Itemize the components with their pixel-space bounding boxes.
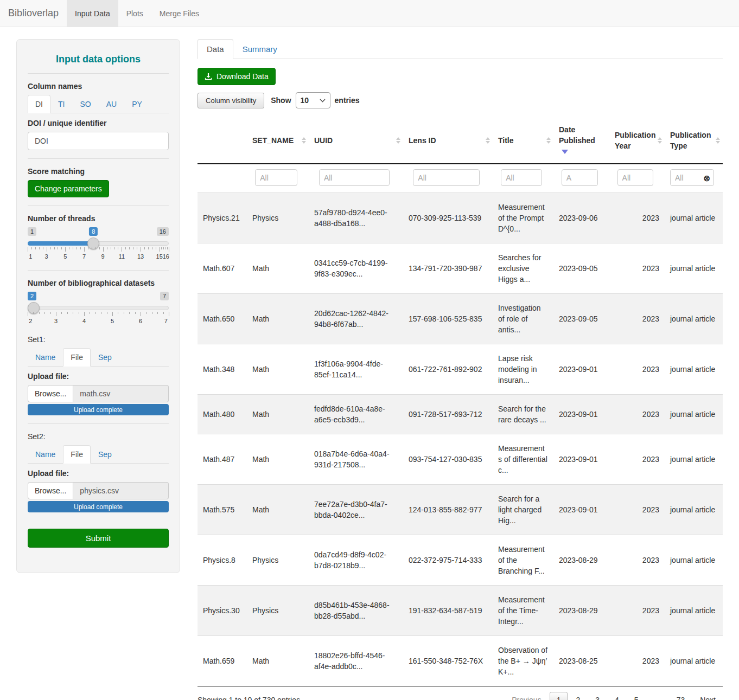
table-cell: Measurements of differential c... — [493, 434, 553, 485]
slider-value-label: 2 — [28, 292, 36, 300]
row-name-cell: Math.607 — [198, 243, 247, 294]
table-cell: 2023-08-29 — [553, 586, 609, 636]
filter-cell-date-published — [553, 164, 609, 193]
pagination-page-4[interactable]: 4 — [608, 692, 626, 700]
pagination: Previous12345…73Next — [505, 692, 723, 700]
column-visibility-button[interactable]: Column visibility — [198, 93, 264, 108]
table-cell: 2023 — [609, 243, 665, 294]
navbar-tab-input-data[interactable]: Input Data — [67, 0, 118, 27]
set2-filename[interactable]: physics.csv — [73, 482, 169, 499]
set2-tab-file[interactable]: File — [63, 445, 91, 464]
change-parameters-button[interactable]: Change parameters — [28, 180, 109, 197]
pagination-page-5[interactable]: 5 — [627, 692, 646, 700]
navbar-tabs: Input DataPlotsMerge Files — [67, 0, 207, 27]
column-header-set-name[interactable]: SET_NAME — [247, 118, 309, 164]
table-row[interactable]: Math.607Math0341cc59-c7cb-4199-9f83-e309… — [198, 243, 723, 294]
sort-icon — [658, 137, 662, 144]
set2-tab-sep[interactable]: Sep — [91, 445, 119, 464]
column-header-lens-id[interactable]: Lens ID — [403, 118, 493, 164]
column-header-date-published[interactable]: Date Published — [553, 118, 609, 164]
row-name-cell: Math.487 — [198, 434, 247, 485]
download-icon — [205, 73, 212, 80]
pagination-page-3[interactable]: 3 — [588, 692, 607, 700]
column-filter-input[interactable] — [501, 169, 542, 186]
set1-browse-button[interactable]: Browse... — [28, 385, 73, 402]
pagination-next[interactable]: Next — [693, 692, 723, 700]
main-tab-data[interactable]: Data — [198, 39, 233, 59]
slider-value-label: 8 — [89, 227, 98, 236]
column-names-label: Column names — [28, 82, 169, 91]
sidebar-title: Input data options — [28, 54, 169, 65]
download-data-button[interactable]: Download Data — [198, 68, 276, 85]
sort-desc-icon — [562, 150, 568, 154]
doi-input[interactable] — [28, 132, 169, 150]
pagination-page-2[interactable]: 2 — [569, 692, 587, 700]
page-length-select[interactable]: 10 — [296, 92, 330, 108]
set2-tab-name[interactable]: Name — [28, 445, 63, 464]
table-row[interactable]: Math.487Math018a7b4e-6d6a-40a4-931d-2175… — [198, 434, 723, 485]
column-header-publication-type[interactable]: Publication Type — [665, 118, 723, 164]
table-row[interactable]: Physics.21Physics57af9780-d924-4ee0-a488… — [198, 193, 723, 243]
page-body: Input data options Column names DITISOAU… — [0, 27, 739, 700]
sort-icon — [396, 137, 400, 144]
table-row[interactable]: Physics.30Physicsd85b461b-453e-4868-bb28… — [198, 586, 723, 636]
divider — [28, 158, 169, 159]
main-content: DataSummary Download Data Column visibil… — [198, 39, 723, 700]
page-length-value: 10 — [301, 96, 309, 105]
table-row[interactable]: Math.348Math1f3f106a-9904-4fde-85ef-11ca… — [198, 344, 723, 395]
table-cell: 2023-09-01 — [553, 395, 609, 434]
pagination-page-73[interactable]: 73 — [670, 692, 692, 700]
navbar-tab-plots[interactable]: Plots — [118, 0, 151, 27]
table-row[interactable]: Math.480Mathfedfd8de-610a-4a8e-a6e5-ecb3… — [198, 395, 723, 434]
clear-filter-icon[interactable]: ⊗ — [703, 174, 710, 182]
row-name-cell: Math.480 — [198, 395, 247, 434]
table-row[interactable]: Physics.8Physics0da7cd49-d8f9-4c02-b7d8-… — [198, 535, 723, 586]
table-row[interactable]: Math.575Math7ee72a7e-d3b0-4fa7-bbda-0402… — [198, 485, 723, 535]
column-header-publication-year[interactable]: Publication Year — [609, 118, 665, 164]
set1-filename[interactable]: math.csv — [73, 385, 169, 402]
table-cell: 091-728-517-693-712 — [403, 395, 493, 434]
slider-track[interactable] — [28, 306, 169, 310]
colname-tab-py[interactable]: PY — [124, 95, 150, 113]
colname-tab-di[interactable]: DI — [28, 95, 50, 113]
sort-icon — [486, 137, 490, 144]
colname-tab-au[interactable]: AU — [99, 95, 124, 113]
table-cell: Lapse risk modeling in insuran... — [493, 344, 553, 395]
column-filter-input[interactable] — [255, 169, 297, 186]
data-table: SET_NAMEUUIDLens IDTitleDate PublishedPu… — [198, 118, 723, 686]
column-filter-input[interactable] — [617, 169, 654, 186]
set1-tab-sep[interactable]: Sep — [91, 348, 119, 367]
sort-icon — [716, 137, 720, 144]
set2-browse-button[interactable]: Browse... — [28, 482, 73, 499]
table-cell: 161-550-348-752-76X — [403, 636, 493, 686]
table-info: Showing 1 to 10 of 730 entries — [198, 696, 300, 700]
pagination-page-1[interactable]: 1 — [550, 692, 568, 700]
column-header-label: Title — [498, 136, 514, 145]
table-cell: Math — [247, 344, 309, 395]
column-header-uuid[interactable]: UUID — [309, 118, 403, 164]
table-row[interactable]: Math.650Math20d62cac-1262-4842-94b8-6f67… — [198, 294, 723, 344]
set1-upload-progress: Upload complete — [28, 404, 169, 415]
table-cell: Physics — [247, 586, 309, 636]
colname-tab-ti[interactable]: TI — [50, 95, 72, 113]
row-name-cell: Physics.21 — [198, 193, 247, 243]
column-filter-input[interactable] — [562, 169, 598, 186]
row-name-cell: Math.659 — [198, 636, 247, 686]
pagination-previous[interactable]: Previous — [505, 692, 548, 700]
submit-button[interactable]: Submit — [28, 529, 169, 548]
main-tab-summary[interactable]: Summary — [233, 39, 286, 59]
set1-tab-name[interactable]: Name — [28, 348, 63, 367]
filter-cell-rownames — [198, 164, 247, 193]
colname-tab-so[interactable]: SO — [72, 95, 98, 113]
column-filter-input[interactable] — [319, 169, 390, 186]
table-cell: 2023-09-05 — [553, 243, 609, 294]
slider-min-label: 1 — [28, 227, 36, 236]
column-filter-input[interactable] — [413, 169, 479, 186]
table-row[interactable]: Math.659Math18802e26-bffd-4546-af4e-addb… — [198, 636, 723, 686]
set1-tab-file[interactable]: File — [63, 348, 91, 367]
divider — [28, 205, 169, 206]
show-label: Show — [271, 96, 291, 105]
table-cell: 022-372-975-714-333 — [403, 535, 493, 586]
navbar-tab-merge-files[interactable]: Merge Files — [151, 0, 207, 27]
column-header-title[interactable]: Title — [493, 118, 553, 164]
